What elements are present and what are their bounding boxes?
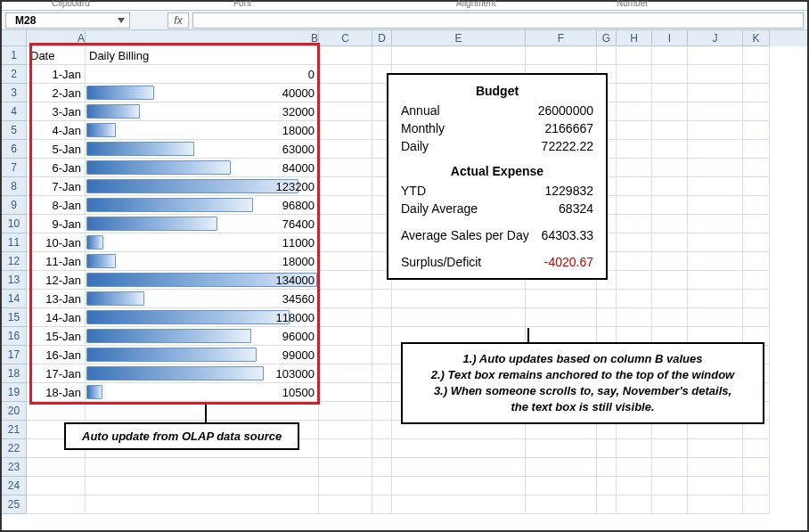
row-header[interactable]: 15 (2, 308, 27, 327)
date-cell[interactable]: 16-Jan (27, 346, 86, 364)
date-cell[interactable]: 15-Jan (27, 327, 86, 346)
cell[interactable] (617, 495, 652, 514)
cell[interactable] (652, 233, 688, 252)
cell[interactable] (743, 290, 770, 308)
header-billing[interactable]: Daily Billing (86, 46, 319, 65)
row-header[interactable]: 11 (2, 233, 27, 252)
col-header-B[interactable]: B (86, 30, 319, 46)
cell[interactable] (688, 215, 743, 233)
cell[interactable] (86, 495, 319, 514)
databar-cell[interactable]: 96800 (86, 196, 319, 215)
cell[interactable] (688, 308, 743, 327)
cell[interactable] (392, 290, 526, 308)
cell[interactable] (372, 477, 392, 495)
date-cell[interactable]: 2-Jan (27, 84, 86, 102)
cell[interactable] (652, 84, 688, 102)
cell[interactable] (319, 383, 372, 402)
cell[interactable] (688, 252, 743, 271)
cell[interactable] (652, 495, 688, 514)
cell[interactable] (652, 196, 688, 215)
cell[interactable] (319, 196, 372, 215)
cell[interactable] (688, 495, 743, 514)
cell[interactable] (319, 233, 372, 252)
formula-bar[interactable] (192, 12, 804, 29)
date-cell[interactable]: 4-Jan (27, 121, 86, 140)
cell[interactable] (526, 46, 597, 65)
cell[interactable] (27, 402, 86, 421)
cell[interactable] (688, 177, 743, 196)
date-cell[interactable]: 13-Jan (27, 290, 86, 308)
cell[interactable] (688, 84, 743, 102)
cell[interactable] (688, 121, 743, 140)
databar-cell[interactable]: 134000 (86, 271, 319, 290)
cell[interactable] (319, 177, 372, 196)
cell[interactable] (526, 477, 597, 495)
col-header-H[interactable]: H (617, 30, 652, 46)
cell[interactable] (743, 308, 770, 327)
cell[interactable] (652, 477, 688, 495)
cell[interactable] (743, 439, 770, 458)
cell[interactable] (743, 84, 770, 102)
cell[interactable] (743, 215, 770, 233)
databar-cell[interactable]: 40000 (86, 84, 319, 102)
date-cell[interactable]: 14-Jan (27, 308, 86, 327)
cell[interactable] (617, 439, 652, 458)
budget-text-box[interactable]: Budget Annual26000000 Monthly2166667 Dai… (387, 73, 608, 280)
cell[interactable] (392, 477, 526, 495)
cell[interactable] (319, 346, 372, 364)
databar-cell[interactable]: 96000 (86, 327, 319, 346)
cell[interactable] (743, 271, 770, 290)
cell[interactable] (319, 495, 372, 514)
cell[interactable] (319, 121, 372, 140)
cell[interactable] (319, 290, 372, 308)
cell[interactable] (526, 458, 597, 477)
cell[interactable] (319, 308, 372, 327)
cell[interactable] (319, 271, 372, 290)
databar-cell[interactable]: 99000 (86, 346, 319, 364)
cell[interactable] (319, 458, 372, 477)
cell[interactable] (688, 102, 743, 121)
date-cell[interactable]: 7-Jan (27, 177, 86, 196)
cell[interactable] (372, 308, 392, 327)
cell[interactable] (743, 196, 770, 215)
cell[interactable] (743, 159, 770, 177)
cell[interactable] (319, 402, 372, 421)
cell[interactable] (652, 121, 688, 140)
cell[interactable] (597, 290, 617, 308)
cell[interactable] (372, 458, 392, 477)
cell[interactable] (743, 252, 770, 271)
date-cell[interactable]: 9-Jan (27, 215, 86, 233)
row-header[interactable]: 20 (2, 402, 27, 421)
cell[interactable] (392, 495, 526, 514)
cell[interactable] (743, 121, 770, 140)
cell[interactable] (652, 290, 688, 308)
cell[interactable] (688, 233, 743, 252)
cell[interactable] (652, 140, 688, 159)
cell[interactable] (617, 477, 652, 495)
cell[interactable] (526, 290, 597, 308)
databar-cell[interactable]: 18000 (86, 252, 319, 271)
cell[interactable] (617, 121, 652, 140)
cell[interactable] (372, 364, 392, 383)
cell[interactable] (372, 346, 392, 364)
cell[interactable] (319, 477, 372, 495)
cell[interactable] (617, 271, 652, 290)
cell[interactable] (688, 290, 743, 308)
cell[interactable] (743, 495, 770, 514)
cell[interactable] (86, 402, 319, 421)
cell[interactable] (319, 140, 372, 159)
cell[interactable] (526, 495, 597, 514)
row-header[interactable]: 8 (2, 177, 27, 196)
date-cell[interactable]: 8-Jan (27, 196, 86, 215)
databar-cell[interactable]: 11000 (86, 233, 319, 252)
col-header-I[interactable]: I (652, 30, 688, 46)
cell[interactable] (27, 458, 86, 477)
row-header[interactable]: 25 (2, 495, 27, 514)
cell[interactable] (372, 46, 392, 65)
cell[interactable] (597, 439, 617, 458)
col-header-A[interactable]: A (27, 30, 86, 46)
cell[interactable] (688, 140, 743, 159)
cell[interactable] (319, 65, 372, 84)
cell[interactable] (652, 65, 688, 84)
cell[interactable] (617, 46, 652, 65)
